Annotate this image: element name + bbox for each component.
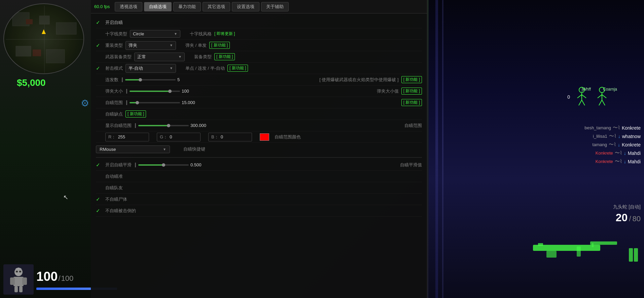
minimap	[3, 3, 84, 74]
main-panel: 60.0 fps 透视选项 自瞄选项 暴力功能 其它选项 设置选项 关于辅助 ✓…	[91, 0, 427, 298]
crosshair-style-label: 十字线风格	[190, 31, 212, 37]
svg-rect-15	[16, 271, 18, 272]
g-input[interactable]: G： 0	[157, 133, 201, 141]
wall-line-2	[442, 0, 443, 298]
fire-mode-options: 单点 / 连发 / 半-自动	[185, 65, 225, 71]
aimbot-enable-row: ✓ 开启自瞄	[96, 17, 422, 28]
crosshair-type-row: 十字线类型 Circle ▼ 十字线风格 [ 即将更新 ]	[96, 28, 422, 40]
reload-type-dropdown[interactable]: 弹夹 ▼	[126, 41, 176, 50]
rmouse-value: RMouse	[100, 147, 116, 152]
show-aim-range-row: 显示自瞄范围 300.000 自瞄范围	[96, 120, 422, 131]
burst-count-label: 连发数	[105, 77, 118, 83]
show-aim-range-label: 显示自瞄范围	[105, 123, 132, 129]
mag-size-label: 弹夹大小	[105, 88, 123, 94]
burst-count-value: 5	[177, 77, 187, 82]
reload-type-check[interactable]: ✓	[96, 42, 103, 48]
crosshair-type-label: 十字线类型	[105, 31, 127, 37]
svg-rect-29	[533, 245, 600, 251]
smooth-track[interactable]	[138, 164, 189, 166]
score-number: 0	[567, 94, 570, 100]
right-game-area: 0 jWhff Coarnja besh_tamang 〜⌇	[429, 0, 644, 298]
player-name-2-area: Coarnja	[603, 87, 617, 92]
weapon-equip-arrow: ▼	[178, 55, 182, 59]
health-separator: /	[58, 274, 60, 283]
health-current: 100	[36, 269, 58, 284]
crosshair-type-value: Circle	[133, 31, 144, 36]
rmouse-dropdown[interactable]: RMouse ▼	[96, 145, 170, 153]
show-aim-range-track[interactable]	[138, 125, 189, 126]
kill-attacker-5: Konkrete	[596, 159, 613, 164]
tab-settings[interactable]: 设置选项	[232, 2, 259, 11]
aim-range-track[interactable]	[130, 102, 180, 103]
svg-rect-30	[590, 241, 617, 245]
top-bar: 60.0 fps 透视选项 自瞄选项 暴力功能 其它选项 设置选项 关于辅助	[91, 0, 427, 13]
fire-mode-label: 射击模式	[105, 65, 123, 71]
fire-mode-value: 半-自动	[129, 65, 143, 71]
tab-other[interactable]: 其它选项	[203, 2, 230, 11]
kill-arrow-5: ↓	[624, 159, 626, 164]
fire-mode-check[interactable]: ✓	[96, 65, 103, 71]
auto-aim-row: 自动瞄准	[96, 171, 422, 182]
b-input[interactable]: B： 0	[208, 133, 252, 141]
burst-slider-track[interactable]	[125, 79, 176, 80]
kill-row-5: Konkrete 〜⌇ ↓ Mahdi	[513, 158, 641, 165]
burst-count-row: 连发数 5 [ 使用爆破武器或在火焰类型中使用爆破 ] [ 新功能 ]	[96, 74, 422, 86]
weapon-equip-dropdown[interactable]: 正常 ▼	[134, 53, 185, 61]
show-aim-range-thumb[interactable]	[167, 124, 170, 127]
smooth-enable-row: ✓ 开启自瞄平滑 0.500 自瞄平滑值	[96, 159, 422, 171]
player-name-2: Coarnja	[603, 87, 617, 92]
svg-line-25	[598, 95, 602, 98]
character-svg	[5, 266, 32, 293]
aim-range-color-label: 自瞄范围颜色	[275, 134, 301, 140]
mag-size-value: 100	[182, 89, 195, 94]
aim-range-color-swatch[interactable]	[260, 133, 269, 141]
aim-team-row: 自瞄队友	[96, 182, 422, 194]
kill-victim-5: Mahdi	[628, 159, 641, 164]
equip-type-badge: [ 新功能 ]	[214, 53, 235, 60]
show-aim-range-value: 300.000	[190, 123, 211, 128]
player-avatar	[3, 264, 34, 295]
svg-rect-35	[629, 248, 633, 262]
mag-slider-thumb[interactable]	[168, 90, 172, 93]
mag-slider-track[interactable]	[130, 91, 180, 92]
aimbot-enable-label: 开启自瞄	[105, 20, 123, 26]
show-aim-range-slider-container: 300.000	[134, 123, 398, 128]
aimbot-enable-check[interactable]: ✓	[96, 20, 103, 26]
g-value: 0	[170, 134, 172, 139]
player-avatar-inner	[3, 264, 34, 295]
smooth-thumb[interactable]	[162, 163, 165, 167]
b-value: 0	[221, 134, 223, 139]
r-input[interactable]: R： 255	[105, 133, 149, 141]
svg-rect-3	[39, 16, 49, 24]
reload-type-label: 重装类型	[105, 42, 123, 48]
tab-aimbot[interactable]: 自瞄选项	[144, 2, 172, 11]
tab-about[interactable]: 关于辅助	[261, 2, 289, 11]
kill-victim-2: whatnow	[622, 134, 641, 139]
burst-slider-thumb[interactable]	[139, 78, 142, 81]
aim-range-display-label: 自瞄范围	[404, 123, 422, 129]
smooth-enable-check[interactable]: ✓	[96, 162, 103, 168]
reload-mode-label: 弹夹 / 单发	[185, 42, 207, 48]
svg-line-19	[577, 95, 582, 98]
crosshair-type-dropdown[interactable]: Circle ▼	[130, 30, 180, 38]
fire-mode-dropdown[interactable]: 半-自动 ▼	[126, 64, 176, 73]
mag-size-badge: [ 新功能 ]	[401, 88, 422, 95]
aim-range-badge: [ 新功能 ]	[401, 99, 422, 106]
tab-violence[interactable]: 暴力功能	[173, 2, 201, 11]
aim-range-row: 自瞄范围 15.000 [ 新功能 ]	[96, 97, 422, 108]
aim-range-thumb[interactable]	[136, 101, 139, 104]
no-aim-body-check[interactable]: ✓	[96, 196, 103, 202]
svg-rect-5	[16, 46, 31, 56]
svg-rect-11	[10, 277, 15, 285]
kill-victim-4: Mahdi	[628, 151, 641, 156]
svg-rect-16	[19, 271, 21, 272]
r-label: R：	[108, 134, 116, 140]
health-display: 100 / 100	[36, 269, 73, 284]
no-aim-knocked-check[interactable]: ✓	[96, 208, 103, 214]
kill-row-2: i_lilisa1 〜⌇ ↓ whatnow	[513, 133, 641, 139]
no-aim-knocked-row: ✓ 不自瞄被击倒的	[96, 205, 422, 217]
tab-perspective[interactable]: 透视选项	[115, 2, 142, 11]
reload-type-value: 弹夹	[129, 42, 137, 48]
ammo-icon-svg	[627, 246, 641, 263]
game-icon: ⚙	[81, 98, 89, 109]
